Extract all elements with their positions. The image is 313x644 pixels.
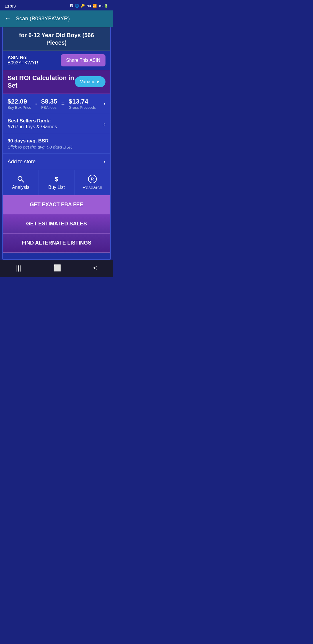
variations-button[interactable]: Variations xyxy=(75,76,105,87)
analysis-label: Analysis xyxy=(12,185,30,190)
find-alternate-listings-button[interactable]: FIND ALTERNATE LISTINGS xyxy=(3,234,110,253)
add-to-store-text: Add to store xyxy=(8,159,36,165)
app-header: ← Scan (B093YFKWYR) xyxy=(0,10,113,27)
nav-back-button[interactable]: < xyxy=(88,263,103,274)
battery-icon: 🔋 xyxy=(104,4,108,8)
registered-icon: R xyxy=(88,175,97,183)
back-button[interactable]: ← xyxy=(5,15,11,22)
analysis-action[interactable]: Analysis xyxy=(3,170,39,195)
asin-info: ASIN No: B093YFKWYR xyxy=(8,55,38,66)
add-store-arrow-icon: › xyxy=(103,158,105,165)
get-estimated-sales-button[interactable]: GET ESTIMATED SALES xyxy=(3,214,110,234)
product-title-banner: for 6-12 Year Old Boys (566 Pieces) xyxy=(3,27,110,51)
price-arrow-icon[interactable]: › xyxy=(103,100,105,107)
svg-text:$: $ xyxy=(55,176,58,183)
buy-list-label: Buy List xyxy=(48,185,65,190)
bsr-arrow-icon: › xyxy=(103,121,105,127)
equals-operator: = xyxy=(61,100,65,107)
share-asin-button[interactable]: Share This ASIN xyxy=(61,54,105,66)
research-label: Research xyxy=(82,185,102,190)
buy-box-price-item: $22.09 Buy Box Price xyxy=(8,98,31,110)
buy-box-amount: $22.09 xyxy=(8,98,31,105)
minus-operator: - xyxy=(35,100,37,107)
key-icon: 🔑 xyxy=(81,4,85,8)
bsr-value: #767 in Toys & Games xyxy=(8,124,57,130)
bsr-info: Best Sellers Rank: #767 in Toys & Games xyxy=(8,118,57,130)
svg-line-1 xyxy=(22,180,24,182)
bsr90-section[interactable]: 90 days avg. BSR Click to get the avg. 9… xyxy=(3,134,110,154)
gross-proceeds-label: Gross Proceeds xyxy=(69,105,96,110)
header-title: Scan (B093YFKWYR) xyxy=(16,15,70,22)
status-bar: 11:03 🖼 🌐 🔑 HD 📶 4G 🔋 xyxy=(0,0,113,10)
price-row: $22.09 Buy Box Price - $8.35 FBA fees = … xyxy=(3,94,110,114)
bsr90-subtitle: Click to get the avg. 90 days BSR xyxy=(8,144,105,149)
search-icon xyxy=(17,175,25,183)
bsr-title: Best Sellers Rank: xyxy=(8,118,57,124)
image-icon: 🖼 xyxy=(70,4,73,8)
fba-fees-label: FBA fees xyxy=(41,105,57,110)
roi-section: Set ROI Calculation in Set Variations xyxy=(3,70,110,94)
get-exact-fba-fee-button[interactable]: GET EXACT FBA FEE xyxy=(3,195,110,214)
roi-title: Set ROI Calculation in Set xyxy=(8,74,75,89)
wifi-icon: 📶 xyxy=(92,4,97,8)
asin-row: ASIN No: B093YFKWYR Share This ASIN xyxy=(3,51,110,70)
big-buttons-section: GET EXACT FBA FEE GET ESTIMATED SALES FI… xyxy=(3,195,110,253)
research-action[interactable]: R Research xyxy=(74,170,110,195)
nav-home-button[interactable]: ⬜ xyxy=(48,263,67,274)
status-icons: 🖼 🌐 🔑 HD 📶 4G 🔋 xyxy=(70,4,108,8)
gross-proceeds-item: $13.74 Gross Proceeds xyxy=(69,98,96,110)
buy-box-label: Buy Box Price xyxy=(8,105,31,110)
bsr90-title: 90 days avg. BSR xyxy=(8,138,105,144)
signal-icon: 4G xyxy=(98,4,103,8)
asin-label: ASIN No: xyxy=(8,55,38,60)
product-title: for 6-12 Year Old Boys (566 Pieces) xyxy=(19,32,94,46)
buy-list-action[interactable]: $ Buy List xyxy=(39,170,75,195)
asin-value: B093YFKWYR xyxy=(8,60,38,66)
dollar-icon: $ xyxy=(52,175,61,183)
nav-bar: ||| ⬜ < xyxy=(0,260,113,277)
main-content: for 6-12 Year Old Boys (566 Pieces) ASIN… xyxy=(2,27,111,260)
status-time: 11:03 xyxy=(5,3,16,8)
action-row: Analysis $ Buy List R Research xyxy=(3,170,110,195)
fba-fees-item: $8.35 FBA fees xyxy=(41,98,57,110)
globe-icon: 🌐 xyxy=(75,4,79,8)
hd-badge: HD xyxy=(86,4,91,8)
bsr-section[interactable]: Best Sellers Rank: #767 in Toys & Games … xyxy=(3,114,110,134)
add-to-store-section[interactable]: Add to store › xyxy=(3,154,110,170)
fba-fees-amount: $8.35 xyxy=(41,98,57,105)
gross-proceeds-amount: $13.74 xyxy=(69,98,96,105)
nav-menu-button[interactable]: ||| xyxy=(10,263,27,274)
